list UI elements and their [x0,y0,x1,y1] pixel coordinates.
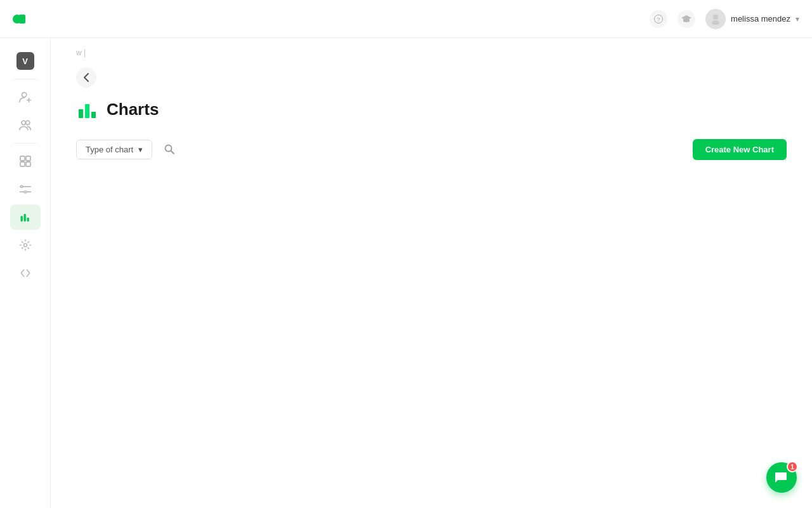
svg-rect-13 [26,162,30,166]
svg-rect-12 [20,162,25,166]
main-content: w | Charts Type of chart ▾ [51,38,812,508]
svg-rect-26 [91,112,96,118]
graduation-icon[interactable] [678,10,695,28]
chevron-down-icon: ▾ [796,15,799,23]
svg-rect-10 [20,156,25,161]
logo [13,11,36,27]
sidebar-item-code[interactable] [10,260,41,286]
sidebar-divider-1 [13,79,38,79]
avatar [705,9,726,29]
create-new-chart-button[interactable]: Create New Chart [693,139,787,160]
person-add-icon [18,90,32,104]
chat-icon [774,470,789,485]
svg-text:?: ? [657,17,660,23]
svg-rect-22 [27,218,29,222]
svg-point-9 [25,121,29,124]
toolbar-left: Type of chart ▾ [76,138,180,160]
help-icon[interactable]: ? [650,10,667,28]
tune-icon [19,183,32,196]
svg-line-28 [171,151,174,154]
sidebar-item-v[interactable]: V [10,48,41,74]
svg-point-5 [22,93,26,97]
dropdown-arrow-icon: ▾ [138,145,143,154]
sidebar: V [0,38,51,508]
sidebar-item-reports[interactable] [10,177,41,202]
svg-point-4 [712,20,719,25]
svg-point-8 [22,121,25,124]
sidebar-item-integrations[interactable] [10,232,41,258]
dashboard-icon [19,155,32,168]
header-right: ? melissa mendez ▾ [650,9,799,29]
v-badge: V [16,52,34,70]
user-name: melissa mendez [731,14,790,23]
settings-icon [19,239,32,251]
svg-point-23 [23,244,27,247]
search-icon [164,144,174,154]
svg-rect-11 [26,156,30,161]
chart-type-dropdown[interactable]: Type of chart ▾ [76,140,152,159]
logo-rect [19,15,25,23]
page-title: Charts [107,100,159,119]
toolbar: Type of chart ▾ Create New Chart [76,138,787,160]
svg-rect-25 [85,104,89,118]
sidebar-divider-2 [13,143,38,144]
chat-badge: 1 [787,461,798,472]
chat-fab[interactable]: 1 [766,462,797,493]
search-button[interactable] [159,138,180,160]
chart-type-label: Type of chart [86,145,133,154]
user-profile[interactable]: melissa mendez ▾ [705,9,799,29]
sidebar-item-workspace[interactable] [10,84,41,110]
group-icon [18,118,32,132]
sidebar-item-dashboard[interactable] [10,149,41,174]
code-icon [19,267,32,279]
svg-rect-21 [23,214,25,222]
svg-point-3 [713,15,718,20]
sidebar-item-charts[interactable] [10,204,41,230]
svg-rect-20 [20,216,22,221]
breadcrumb: w | [76,38,787,62]
sidebar-item-team[interactable] [10,112,41,138]
page-header: Charts [76,98,787,121]
back-button[interactable] [76,67,96,88]
chart-page-icon [76,98,99,121]
svg-rect-24 [79,109,83,118]
header: ? melissa mendez ▾ [0,0,812,38]
logo-icon [13,11,36,27]
charts-icon [19,211,32,224]
